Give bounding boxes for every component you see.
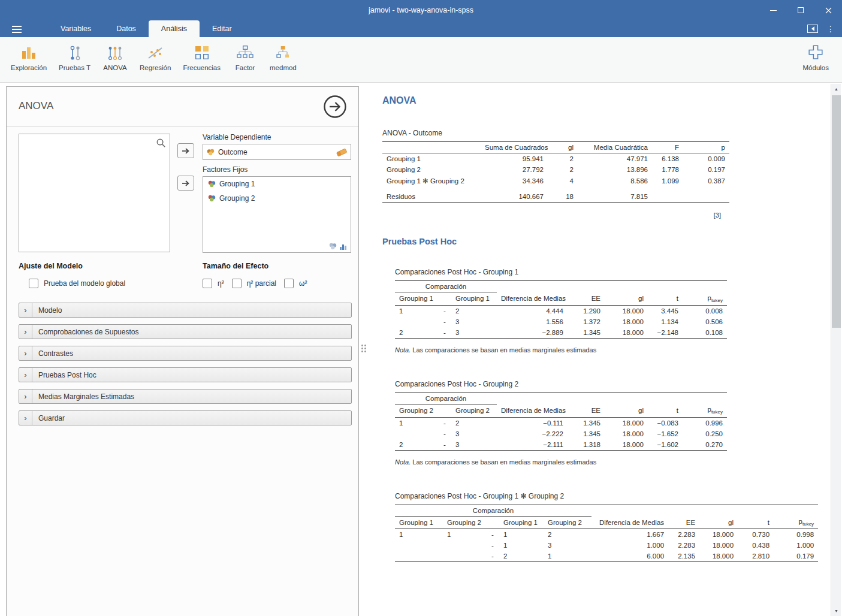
tab-variables[interactable]: Variables — [48, 20, 104, 37]
table-cell: 0.008 — [683, 305, 727, 316]
table-cell: 1 — [544, 551, 591, 562]
search-icon[interactable] — [156, 138, 166, 148]
table-body: 1-2−0.1111.34518.000−0.0830.996-3−2.2221… — [395, 417, 727, 450]
more-menu-icon[interactable]: ⋮ — [826, 25, 835, 33]
section-contrastes[interactable]: › Contrastes — [19, 346, 352, 361]
arrow-right-icon — [182, 147, 190, 155]
column-header: EE — [568, 292, 605, 306]
table-cell: - — [438, 439, 451, 451]
assign-factor-button[interactable] — [177, 176, 194, 191]
table-cell: 18.000 — [699, 551, 738, 562]
checkbox[interactable] — [29, 279, 38, 288]
section-guardar[interactable]: › Guardar — [19, 410, 352, 425]
column-header: Diferencia de Medias — [497, 404, 568, 417]
panel-splitter-handle[interactable] — [361, 345, 366, 352]
section-pruebas-post-hoc[interactable]: › Pruebas Post Hoc — [19, 367, 352, 382]
table-cell — [443, 540, 486, 551]
collapse-results-arrow-button[interactable] — [323, 95, 347, 119]
arrow-right-icon — [182, 180, 190, 187]
tab-analisis[interactable]: Análisis — [149, 20, 200, 37]
tab-editar[interactable]: Editar — [200, 20, 245, 37]
table-cell: 18.000 — [605, 316, 648, 327]
title-bar: jamovi - two-way-anova-in-spss — [0, 0, 842, 20]
table-cell: 1.372 — [568, 316, 605, 327]
table-cell: 1.556 — [497, 316, 568, 327]
ribbon-item-regresion[interactable]: Regresión — [134, 43, 177, 73]
section-comprobaciones-de-supuestos[interactable]: › Comprobaciones de Supuestos — [19, 324, 352, 339]
ribbon-item-factor[interactable]: Factor — [227, 43, 264, 73]
table-row: 2-3−2.8891.34518.000−2.1480.108 — [395, 327, 727, 339]
results-panel: ANOVA ANOVA - Outcome Suma de Cuadrados … — [369, 83, 831, 616]
table-cell: 140.667 — [481, 187, 548, 203]
table-cell — [395, 551, 443, 562]
overall-model-test-option[interactable]: Prueba del modelo global — [29, 279, 125, 288]
table-row: 1-2−0.1111.34518.000−0.0830.996 — [395, 417, 727, 428]
spanner-label: Comparación — [395, 392, 497, 404]
ribbon: Exploración Pruebas T ANOVA Regresión — [0, 37, 842, 83]
posthoc1-table: Comparación Grouping 1 Grouping 1 Difere… — [395, 280, 727, 339]
ordinal-variable-icon — [339, 243, 347, 250]
section-modelo[interactable]: › Modelo — [19, 303, 352, 318]
table-cell: 27.792 — [481, 164, 548, 175]
table-cell: 2 — [451, 417, 497, 428]
partial-eta-squared-option[interactable]: η² parcial — [232, 279, 276, 288]
checkbox[interactable] — [232, 279, 242, 288]
factor-item[interactable]: Grouping 2 — [203, 191, 351, 206]
scrollbar-thumb[interactable] — [832, 95, 841, 328]
anova-table-title: ANOVA - Outcome — [382, 129, 831, 137]
maximize-icon — [798, 7, 804, 13]
factor-icon — [236, 44, 254, 61]
effect-size-label: Tamaño del Efecto — [203, 262, 268, 270]
results-panel-toggle-icon[interactable] — [807, 25, 818, 33]
ribbon-item-frecuencias[interactable]: Frecuencias — [177, 43, 227, 73]
spanner-label: Comparación — [395, 505, 591, 516]
checkbox[interactable] — [203, 279, 212, 288]
tab-datos[interactable]: Datos — [104, 20, 149, 37]
ribbon-item-anova[interactable]: ANOVA — [96, 43, 134, 73]
table-cell: 1.000 — [591, 540, 668, 551]
hamburger-menu-icon[interactable] — [12, 26, 22, 33]
close-button[interactable] — [814, 0, 842, 20]
ribbon-item-exploracion[interactable]: Exploración — [5, 43, 53, 73]
effect-size-options: η² η² parcial ω² — [203, 279, 307, 288]
table-cell: 0.270 — [683, 439, 727, 451]
column-header: t — [738, 516, 774, 529]
omega-squared-option[interactable]: ω² — [284, 279, 307, 288]
maximize-button[interactable] — [787, 0, 814, 20]
ribbon-item-modulos[interactable]: Módulos — [797, 43, 835, 73]
available-variables-list[interactable] — [19, 134, 170, 252]
eta-squared-option[interactable]: η² — [203, 279, 224, 288]
table-cell: 0.506 — [683, 316, 727, 327]
column-header: Grouping 1 — [451, 292, 497, 306]
column-header: Grouping 2 — [544, 516, 591, 529]
table-cell: 0.730 — [738, 529, 774, 540]
table-cell: 18.000 — [605, 327, 648, 339]
section-medias-marginales-estimadas[interactable]: › Medias Marginales Estimadas — [19, 389, 352, 404]
table-cell: Residuos — [382, 187, 481, 203]
results-scrollbar[interactable]: ▲ ▼ — [831, 84, 841, 616]
scroll-up-arrow[interactable]: ▲ — [831, 84, 841, 94]
table-cell: 3 — [451, 439, 497, 451]
table-cell: 2 — [499, 551, 544, 562]
table-cell — [652, 187, 683, 203]
ribbon-item-medmod[interactable]: medmod — [264, 43, 303, 73]
spanner-filler — [591, 505, 818, 516]
minimize-button[interactable] — [759, 0, 787, 20]
assign-dependent-button[interactable] — [177, 143, 194, 158]
dependent-variable-box[interactable]: Outcome — [203, 144, 351, 160]
table-header-row: Grouping 1 Grouping 2 Grouping 1 Groupin… — [395, 516, 818, 529]
checkbox[interactable] — [284, 279, 294, 288]
table-body: 11-121.6672.28318.0000.7300.998-131.0002… — [395, 529, 818, 562]
fixed-factors-box[interactable]: Grouping 1 Grouping 2 — [203, 176, 351, 253]
scroll-down-arrow[interactable]: ▼ — [831, 606, 841, 616]
factor-item[interactable]: Grouping 1 — [203, 177, 351, 191]
table-cell: −2.148 — [648, 327, 683, 339]
anova-icon — [106, 44, 124, 61]
options-header: ANOVA — [7, 87, 358, 126]
table-cell: 18.000 — [605, 428, 648, 439]
ribbon-item-pruebas-t[interactable]: Pruebas T — [53, 43, 96, 73]
eraser-icon[interactable] — [336, 148, 347, 156]
table-cell: 1.099 — [652, 175, 683, 187]
table-header-row: Suma de Cuadrados gl Media Cuadrática F … — [382, 142, 729, 153]
table-cell: 7.815 — [578, 187, 652, 203]
